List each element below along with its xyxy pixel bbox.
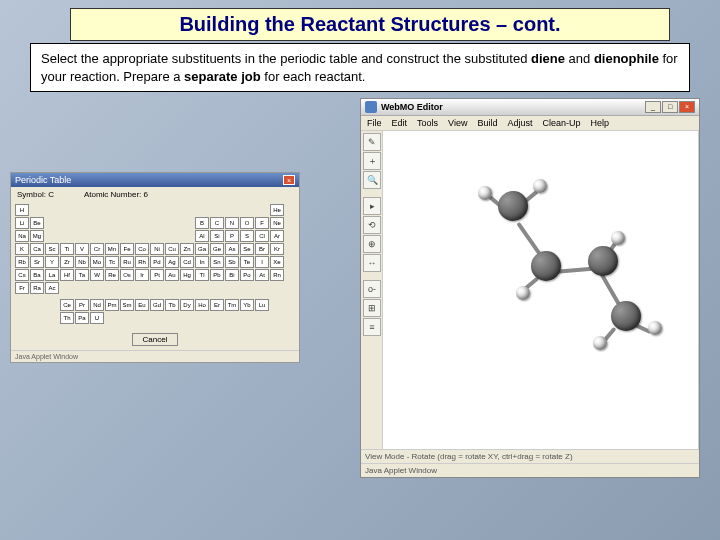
tool-button-7[interactable]: ↔ xyxy=(363,254,381,272)
element-pd[interactable]: Pd xyxy=(150,256,164,268)
element-ti[interactable]: Ti xyxy=(60,243,74,255)
menu-edit[interactable]: Edit xyxy=(392,118,408,128)
tool-button-4[interactable]: ▸ xyxy=(363,197,381,215)
element-lu[interactable]: Lu xyxy=(255,299,269,311)
element-fr[interactable]: Fr xyxy=(15,282,29,294)
element-ce[interactable]: Ce xyxy=(60,299,74,311)
element-f[interactable]: F xyxy=(255,217,269,229)
carbon-atom[interactable] xyxy=(611,301,641,331)
element-u[interactable]: U xyxy=(90,312,104,324)
element-ir[interactable]: Ir xyxy=(135,269,149,281)
element-cd[interactable]: Cd xyxy=(180,256,194,268)
carbon-atom[interactable] xyxy=(531,251,561,281)
element-mn[interactable]: Mn xyxy=(105,243,119,255)
element-w[interactable]: W xyxy=(90,269,104,281)
element-be[interactable]: Be xyxy=(30,217,44,229)
element-mo[interactable]: Mo xyxy=(90,256,104,268)
element-nb[interactable]: Nb xyxy=(75,256,89,268)
element-th[interactable]: Th xyxy=(60,312,74,324)
tool-button-1[interactable]: ＋ xyxy=(363,152,381,170)
element-as[interactable]: As xyxy=(225,243,239,255)
element-s[interactable]: S xyxy=(240,230,254,242)
element-at[interactable]: At xyxy=(255,269,269,281)
tool-button-9[interactable]: o- xyxy=(363,280,381,298)
close-button[interactable]: × xyxy=(679,101,695,113)
element-h[interactable]: H xyxy=(15,204,29,216)
element-ar[interactable]: Ar xyxy=(270,230,284,242)
element-ho[interactable]: Ho xyxy=(195,299,209,311)
hydrogen-atom[interactable] xyxy=(478,186,492,200)
element-pm[interactable]: Pm xyxy=(105,299,119,311)
element-li[interactable]: Li xyxy=(15,217,29,229)
element-y[interactable]: Y xyxy=(45,256,59,268)
minimize-button[interactable]: _ xyxy=(645,101,661,113)
element-v[interactable]: V xyxy=(75,243,89,255)
maximize-button[interactable]: □ xyxy=(662,101,678,113)
element-ac[interactable]: Ac xyxy=(45,282,59,294)
menu-view[interactable]: View xyxy=(448,118,467,128)
element-sr[interactable]: Sr xyxy=(30,256,44,268)
element-pr[interactable]: Pr xyxy=(75,299,89,311)
element-sm[interactable]: Sm xyxy=(120,299,134,311)
element-hf[interactable]: Hf xyxy=(60,269,74,281)
element-sn[interactable]: Sn xyxy=(210,256,224,268)
menu-tools[interactable]: Tools xyxy=(417,118,438,128)
hydrogen-atom[interactable] xyxy=(533,179,547,193)
element-au[interactable]: Au xyxy=(165,269,179,281)
element-mg[interactable]: Mg xyxy=(30,230,44,242)
element-zn[interactable]: Zn xyxy=(180,243,194,255)
element-nd[interactable]: Nd xyxy=(90,299,104,311)
editor-canvas[interactable] xyxy=(383,131,699,449)
element-cs[interactable]: Cs xyxy=(15,269,29,281)
element-o[interactable]: O xyxy=(240,217,254,229)
element-i[interactable]: I xyxy=(255,256,269,268)
hydrogen-atom[interactable] xyxy=(648,321,662,335)
cancel-button[interactable]: Cancel xyxy=(132,333,179,346)
element-k[interactable]: K xyxy=(15,243,29,255)
element-na[interactable]: Na xyxy=(15,230,29,242)
menu-help[interactable]: Help xyxy=(590,118,609,128)
element-ra[interactable]: Ra xyxy=(30,282,44,294)
element-bi[interactable]: Bi xyxy=(225,269,239,281)
tool-button-0[interactable]: ✎ xyxy=(363,133,381,151)
tool-button-5[interactable]: ⟲ xyxy=(363,216,381,234)
element-xe[interactable]: Xe xyxy=(270,256,284,268)
element-po[interactable]: Po xyxy=(240,269,254,281)
hydrogen-atom[interactable] xyxy=(516,286,530,300)
element-ne[interactable]: Ne xyxy=(270,217,284,229)
element-si[interactable]: Si xyxy=(210,230,224,242)
element-er[interactable]: Er xyxy=(210,299,224,311)
element-se[interactable]: Se xyxy=(240,243,254,255)
tool-button-11[interactable]: ≡ xyxy=(363,318,381,336)
element-hg[interactable]: Hg xyxy=(180,269,194,281)
element-ba[interactable]: Ba xyxy=(30,269,44,281)
element-tb[interactable]: Tb xyxy=(165,299,179,311)
element-pt[interactable]: Pt xyxy=(150,269,164,281)
element-sb[interactable]: Sb xyxy=(225,256,239,268)
element-te[interactable]: Te xyxy=(240,256,254,268)
element-cu[interactable]: Cu xyxy=(165,243,179,255)
element-gd[interactable]: Gd xyxy=(150,299,164,311)
element-ta[interactable]: Ta xyxy=(75,269,89,281)
element-pb[interactable]: Pb xyxy=(210,269,224,281)
element-dy[interactable]: Dy xyxy=(180,299,194,311)
element-c[interactable]: C xyxy=(210,217,224,229)
element-in[interactable]: In xyxy=(195,256,209,268)
hydrogen-atom[interactable] xyxy=(611,231,625,245)
tool-button-2[interactable]: 🔍 xyxy=(363,171,381,189)
element-yb[interactable]: Yb xyxy=(240,299,254,311)
element-rh[interactable]: Rh xyxy=(135,256,149,268)
element-p[interactable]: P xyxy=(225,230,239,242)
element-tc[interactable]: Tc xyxy=(105,256,119,268)
element-rb[interactable]: Rb xyxy=(15,256,29,268)
close-icon[interactable]: × xyxy=(283,175,295,185)
element-rn[interactable]: Rn xyxy=(270,269,284,281)
element-ga[interactable]: Ga xyxy=(195,243,209,255)
menu-cleanup[interactable]: Clean-Up xyxy=(542,118,580,128)
element-zr[interactable]: Zr xyxy=(60,256,74,268)
element-tm[interactable]: Tm xyxy=(225,299,239,311)
element-os[interactable]: Os xyxy=(120,269,134,281)
element-fe[interactable]: Fe xyxy=(120,243,134,255)
element-ca[interactable]: Ca xyxy=(30,243,44,255)
element-kr[interactable]: Kr xyxy=(270,243,284,255)
